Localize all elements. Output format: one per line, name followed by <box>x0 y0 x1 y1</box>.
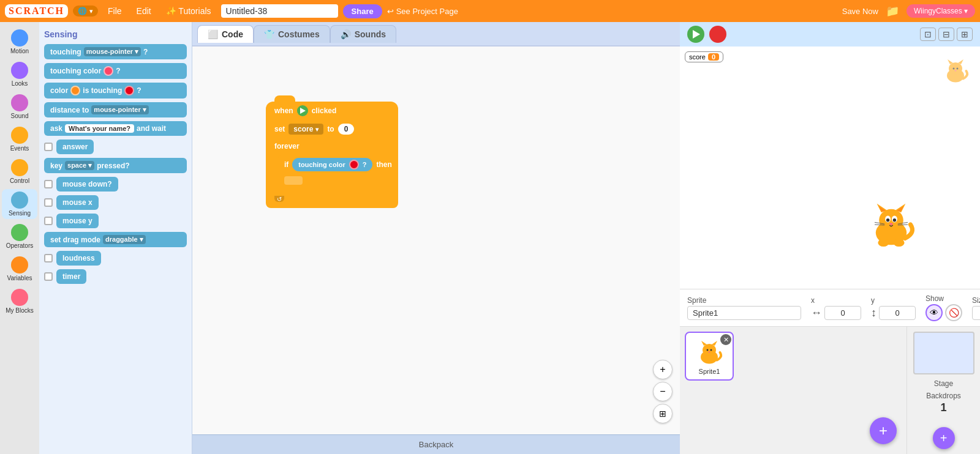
mouse-y-block[interactable]: mouse y <box>56 214 99 228</box>
green-flag-button[interactable] <box>687 26 704 43</box>
flag-icon <box>297 105 308 116</box>
zoom-in-button[interactable]: + <box>653 360 673 379</box>
y-arrows-icon: ↕ <box>871 307 876 319</box>
cat-sprite-main[interactable] <box>864 197 919 252</box>
mouse-x-row: mouse x <box>44 195 187 210</box>
sprites-section: ✕ Sprite1 <box>680 327 907 454</box>
x-label: x <box>811 296 861 305</box>
size-field[interactable] <box>972 306 980 320</box>
stop-button[interactable] <box>709 26 726 43</box>
file-menu[interactable]: File <box>103 5 127 17</box>
edit-menu[interactable]: Edit <box>132 5 156 17</box>
backpack-bar[interactable]: Backpack <box>192 434 680 454</box>
add-backdrop-button[interactable]: + <box>933 427 955 449</box>
tabs-row: ⬜ Code 👕 Costumes 🔊 Sounds <box>192 22 680 47</box>
loudness-checkbox[interactable] <box>44 254 53 262</box>
script-area: ⬜ Code 👕 Costumes 🔊 Sounds when <box>192 22 680 454</box>
right-container: ⊡ ⊟ ⊞ score 0 <box>680 22 980 454</box>
stage-canvas[interactable]: score 0 <box>680 47 980 289</box>
canvas-area[interactable]: when clicked set score ▾ to 0 <box>192 47 680 454</box>
category-sensing[interactable]: Sensing <box>2 189 37 219</box>
mouse-down-checkbox[interactable] <box>44 180 53 188</box>
category-myblocks[interactable]: My Blocks <box>2 286 37 316</box>
category-operators[interactable]: Operators <box>2 221 37 251</box>
tutorials-button[interactable]: ✨ Tutorials <box>161 5 216 17</box>
sprite-label: Sprite <box>687 296 801 305</box>
fit-button[interactable]: ⊞ <box>653 404 673 423</box>
small-stage-button[interactable]: ⊡ <box>920 28 936 41</box>
touching-color-bool[interactable]: touching color ? <box>292 158 372 171</box>
sensing-section-title: Sensing <box>44 29 187 39</box>
svg-point-21 <box>953 68 955 70</box>
loudness-block[interactable]: loudness <box>56 251 101 266</box>
share-button[interactable]: Share <box>343 4 382 18</box>
xy-arrows-icon: ↔ <box>811 307 822 319</box>
zoom-controls: + − ⊞ <box>653 360 673 423</box>
category-events[interactable]: Events <box>2 124 37 154</box>
touching-block[interactable]: touching mouse-pointer ▾ ? <box>44 44 187 59</box>
backpack-label: Backpack <box>419 440 453 449</box>
mouse-x-block[interactable]: mouse x <box>56 195 99 210</box>
sprite-delete-button[interactable]: ✕ <box>720 334 731 345</box>
key-pressed-block[interactable]: key space ▾ pressed? <box>44 158 187 173</box>
code-icon: ⬜ <box>208 29 218 39</box>
see-project-button[interactable]: ↩ See Project Page <box>387 7 458 16</box>
ask-block[interactable]: ask What's your name? and wait <box>44 121 187 136</box>
color-is-touching-block[interactable]: color is touching ? <box>44 83 187 99</box>
svg-point-30 <box>709 352 710 353</box>
scratch-block-group[interactable]: when clicked set score ▾ to 0 <box>266 102 398 208</box>
add-sprite-button[interactable]: + <box>870 417 897 444</box>
if-block[interactable]: if touching color ? then <box>278 155 398 174</box>
answer-block[interactable]: answer <box>56 140 94 154</box>
normal-stage-button[interactable]: ⊟ <box>938 28 954 41</box>
topbar: SCRATCH 🌐 ▾ File Edit ✨ Tutorials Share … <box>0 0 980 22</box>
color-circle-2[interactable] <box>124 86 134 95</box>
category-looks[interactable]: Looks <box>2 59 37 89</box>
mouse-y-checkbox[interactable] <box>44 217 53 225</box>
sprite1-thumb[interactable]: ✕ Sprite1 <box>685 332 734 381</box>
forever-block[interactable]: forever <box>266 138 398 154</box>
svg-point-1 <box>879 209 903 231</box>
globe-button[interactable]: 🌐 ▾ <box>73 6 98 17</box>
backdrops-count: 1 <box>940 401 946 414</box>
sprite1-label: Sprite1 <box>699 368 720 375</box>
stage-thumb[interactable] <box>913 332 974 374</box>
mouse-down-block[interactable]: mouse down? <box>56 177 118 192</box>
answer-checkbox[interactable] <box>44 143 53 151</box>
set-drag-mode-block[interactable]: set drag mode draggable ▾ <box>44 232 187 247</box>
timer-block[interactable]: timer <box>56 269 86 284</box>
mouse-x-checkbox[interactable] <box>44 198 53 207</box>
timer-row: timer <box>44 269 187 284</box>
color-circle-1[interactable] <box>70 86 80 95</box>
category-variables[interactable]: Variables <box>2 254 37 284</box>
set-score-block[interactable]: set score ▾ to 0 <box>266 120 398 138</box>
y-value-field[interactable] <box>879 306 916 320</box>
tab-sounds[interactable]: 🔊 Sounds <box>330 25 396 43</box>
timer-checkbox[interactable] <box>44 272 53 281</box>
svg-point-8 <box>886 218 889 221</box>
score-value-input[interactable]: 0 <box>338 124 355 135</box>
x-value-field[interactable] <box>824 306 861 320</box>
sprite-name-field[interactable] <box>687 306 801 320</box>
save-now-button[interactable]: Save Now <box>842 7 878 16</box>
tab-costumes[interactable]: 👕 Costumes <box>254 25 330 43</box>
zoom-out-button[interactable]: − <box>653 382 673 401</box>
user-menu[interactable]: WiingyClasses ▾ <box>907 4 975 18</box>
red-color-circle[interactable] <box>349 160 359 169</box>
blocks-panel: Sensing touching mouse-pointer ▾ ? touch… <box>39 22 192 454</box>
svg-point-23 <box>955 70 957 72</box>
touching-color-circle[interactable] <box>104 66 113 76</box>
category-motion[interactable]: Motion <box>2 27 37 57</box>
hat-block[interactable]: when clicked <box>266 102 398 120</box>
fullscreen-button[interactable]: ⊞ <box>957 28 973 41</box>
show-button[interactable]: 👁 <box>925 304 943 321</box>
hide-button[interactable]: 🚫 <box>945 304 962 321</box>
category-sound[interactable]: Sound <box>2 92 37 122</box>
folder-icon[interactable]: 📁 <box>886 4 899 18</box>
category-control[interactable]: Control <box>2 157 37 187</box>
y-label: y <box>871 296 916 305</box>
distance-to-block[interactable]: distance to mouse-pointer ▾ <box>44 102 187 117</box>
touching-color-block[interactable]: touching color ? <box>44 63 187 79</box>
tab-code[interactable]: ⬜ Code <box>197 25 254 43</box>
project-name-input[interactable] <box>221 4 338 18</box>
